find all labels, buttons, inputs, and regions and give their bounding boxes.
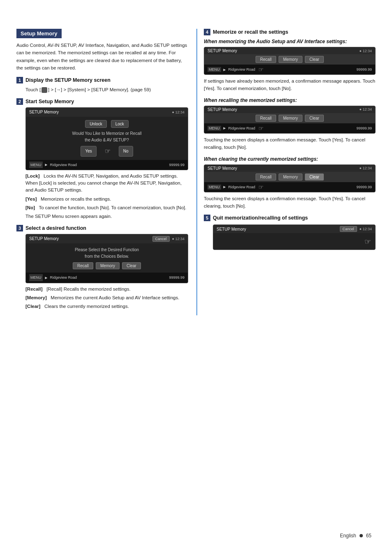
nav-menu-2: MENU [29,162,43,168]
screen-3-body: Please Select the Desired Function from … [26,243,188,273]
step-2-title: Start Setup Memory [25,99,74,104]
nav-arrow-3: ► [44,275,48,281]
hand-icon-cl: ☞ [258,184,264,190]
memory-btn-3[interactable]: Memory [96,262,120,269]
step-5-title: Quit memorization/recalling of settings [213,215,308,221]
yes-no-row: Yes ☞ No [30,146,184,157]
unlock-btn[interactable]: Unlock [85,120,107,128]
recall-btn-cl[interactable]: Recall [256,173,276,180]
recall-memory-clear-row: Recall Memory Clear [30,262,184,269]
nav-dist-cl: 99999.99 [356,185,372,189]
sub3-title: When clearing the currently memorized se… [204,156,376,162]
recall-btn-m[interactable]: Recall [256,56,276,63]
desc-yes: [Yes] Memorizes or recalls the settings. [25,196,188,203]
step-3-content: SETUP Memory Cancel ● 12:34 [25,234,188,310]
screen-memorize: SETUP Memory ● 12:34 Recall Memory Clear… [204,47,376,75]
footer-page: 65 [366,533,371,539]
sub2-title: When recalling the memorized settings: [204,97,376,103]
screen-3-nav: MENU ► Ridgeview Road 99999.99 [26,273,188,282]
step-5-header: 5 Quit memorization/recalling of setting… [204,215,376,221]
screen-2-time: ● 12:34 [172,109,184,115]
nav-arrow-2: ► [44,162,48,168]
footer-language: English [340,533,356,539]
screen-2-nav: MENU ► Ridgeview Road 99999.99 [26,160,188,170]
step-5-number: 5 [204,215,210,221]
right-column: 4 Memorize or recall the settings When m… [196,29,376,315]
screen-mem-nav: MENU ► Ridgeview Road ☞ 99999.99 [204,65,375,74]
nav-dist-3: 99999.99 [169,275,184,280]
step-3: 3 Select a desired function SETUP Memory… [16,225,188,310]
cancel-btn-5[interactable]: Cancel [340,226,357,232]
step-4: 4 Memorize or recall the settings When m… [204,29,376,210]
recall-btn-3[interactable]: Recall [73,262,93,269]
section-header: Setup Memory [16,29,62,38]
screen-clear: SETUP Memory ● 12:34 Recall Memory Clear… [204,164,376,192]
step-2-content: SETUP Memory ● 12:34 Unlock Lock [25,107,188,220]
step-3-header: 3 Select a desired function [16,225,188,231]
nav-menu-r: MENU [208,126,221,131]
sub-step-memorize: When memorizing the Audio Setup and AV I… [204,39,376,92]
clear-btn-cl[interactable]: Clear [305,173,324,180]
screen-mockup-3: SETUP Memory Cancel ● 12:34 [25,234,188,283]
desc-memory: [Memory] Memorizes the current Audio Set… [25,294,188,301]
desc-no: [No] To cancel the function, touch [No].… [25,204,188,211]
yes-btn[interactable]: Yes [81,146,96,157]
step-1-number: 1 [16,77,23,83]
step-5-content: SETUP Memory Cancel ● 12:34 ☞ [213,224,376,250]
screen-3-msg: Please Select the Desired Function from … [30,247,184,260]
nav-road-m: Ridgeview Road [228,67,255,72]
page-container: Setup Memory Audio Control, AV-IN SETUP,… [0,0,392,555]
screen-rec-actions: Recall Memory Clear [204,113,375,123]
lock-btn[interactable]: Lock [111,120,129,128]
footer-bullet [360,534,363,537]
screen-clr-title: SETUP Memory ● 12:34 [204,165,375,172]
sub2-text: Touching the screen displays a confirmat… [204,136,376,151]
screen-quit: SETUP Memory Cancel ● 12:34 ☞ [213,224,376,250]
lock-unlock-row: Unlock Lock [30,120,184,128]
nav-menu-cl: MENU [208,185,221,190]
intro-text: Audio Control, AV-IN SETUP, AV Interface… [16,42,188,72]
step-3-title: Select a desired function [25,225,86,231]
clear-btn-r[interactable]: Clear [305,115,324,122]
nav-menu-3: MENU [29,274,43,281]
clear-btn-3[interactable]: Clear [122,262,141,269]
screen-clr-nav: MENU ► Ridgeview Road ☞ 99999.99 [204,182,375,192]
hand-icon-5: ☞ [364,237,371,246]
screen-3-title: SETUP Memory [29,236,59,242]
step-4-title: Memorize or recall the settings [213,29,288,35]
step-1-title: Display the SETUP Memory screen [25,77,111,83]
step-2: 2 Start Setup Memory SETUP Memory ● 12:3… [16,98,188,220]
sub1-title: When memorizing the Audio Setup and AV I… [204,39,376,44]
memory-btn-cl[interactable]: Memory [279,173,302,180]
screen-3-time: ● 12:34 [172,236,184,242]
no-btn[interactable]: No [119,146,133,157]
nav-dist-m: 99999.99 [356,67,372,72]
nav-dist-r: 99999.99 [356,126,372,130]
nav-road-3: Ridgeview Road [50,275,77,280]
step-2-header: 2 Start Setup Memory [16,98,188,105]
step-4-header: 4 Memorize or recall the settings [204,29,376,35]
step-1-header: 1 Display the SETUP Memory screen [16,77,188,83]
cancel-btn-3[interactable]: Cancel [152,236,170,242]
memory-btn-r[interactable]: Memory [279,115,302,122]
screen-quit-body: ☞ [213,233,375,250]
screen-2-message: Would You Like to Memorize or Recallthe … [30,130,184,143]
nav-road-cl: Ridgeview Road [228,185,255,189]
sub-step-clear: When clearing the currently memorized se… [204,156,376,210]
desc-recall: [Recall] [Recall] Recalls the memorized … [25,286,188,293]
desc-clear: [Clear] Clears the currently memorized s… [25,303,188,310]
hand-icon-m: ☞ [258,66,264,73]
step-1: 1 Display the SETUP Memory screen Touch … [16,77,188,93]
recall-btn-r[interactable]: Recall [256,115,276,122]
left-column: Setup Memory Audio Control, AV-IN SETUP,… [16,29,188,315]
screen-clr-actions: Recall Memory Clear [204,172,375,182]
desc-note: The SETUP Menu screen appears again. [25,213,188,220]
memory-btn-m[interactable]: Memory [279,56,302,63]
clear-btn-m[interactable]: Clear [305,56,324,63]
step-5: 5 Quit memorization/recalling of setting… [204,215,376,250]
nav-dist-2: 99999.99 [169,162,184,168]
nav-road-2: Ridgeview Road [50,162,77,168]
screen-recall: SETUP Memory ● 12:34 Recall Memory Clear… [204,106,376,134]
sub1-text: If settings have already been memorized,… [204,77,376,92]
screen-2-title: SETUP Memory [29,109,59,116]
